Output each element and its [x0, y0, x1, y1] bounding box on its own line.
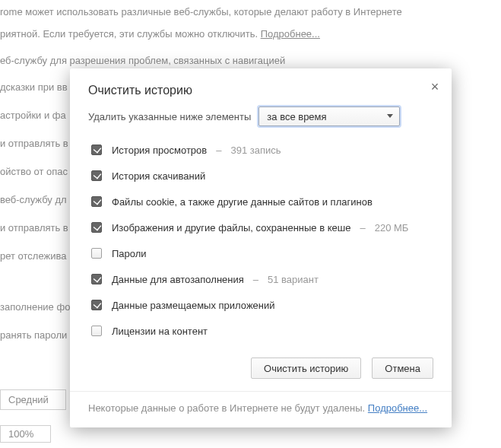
option-label: Файлы cookie, а также другие данные сайт…: [112, 196, 373, 208]
clear-option-row: Файлы cookie, а также другие данные сайт…: [88, 189, 433, 214]
font-size-select[interactable]: Средний: [0, 389, 66, 410]
clear-option-row: История скачиваний: [88, 163, 433, 189]
option-hint: 51 вариант: [268, 274, 319, 285]
learn-more-link[interactable]: Подробнее...: [368, 402, 427, 414]
learn-more-link[interactable]: Подробнее...: [261, 28, 320, 40]
clear-option-row: История просмотров–391 запись: [88, 137, 433, 163]
clear-option-row: Пароли: [88, 240, 433, 266]
option-hint: 391 запись: [230, 145, 281, 156]
separator: –: [360, 222, 365, 234]
option-label: Изображения и другие файлы, сохраненные …: [112, 222, 350, 234]
range-label: Удалить указанные ниже элементы: [88, 111, 251, 122]
option-label: Данные для автозаполнения: [112, 274, 244, 285]
time-range-dropdown[interactable]: за все время: [258, 106, 400, 126]
option-checkbox[interactable]: [91, 248, 102, 259]
option-label: История скачиваний: [112, 170, 205, 182]
separator: –: [253, 274, 258, 285]
clear-option-row: Данные для автозаполнения–51 вариант: [88, 266, 433, 292]
bg-text: rome может использовать различные веб-сл…: [0, 6, 501, 17]
option-checkbox[interactable]: [91, 145, 102, 155]
zoom-select[interactable]: 100%: [0, 425, 51, 443]
option-checkbox[interactable]: [91, 170, 102, 181]
separator: –: [216, 145, 221, 156]
clear-option-row: Изображения и другие файлы, сохраненные …: [88, 214, 433, 240]
clear-option-row: Лицензии на контент: [88, 318, 433, 344]
option-label: История просмотров: [112, 145, 207, 156]
clear-history-button[interactable]: Очистить историю: [251, 357, 361, 379]
close-icon[interactable]: ×: [427, 79, 442, 94]
option-hint: 220 МБ: [375, 222, 409, 234]
option-label: Лицензии на контент: [112, 326, 208, 337]
bg-text: еб-службу для разрешения проблем, связан…: [0, 55, 501, 66]
option-checkbox[interactable]: [91, 274, 102, 284]
clear-history-dialog: Очистить историю × Удалить указанные ниж…: [70, 68, 452, 427]
clear-options-list: История просмотров–391 записьИстория ска…: [70, 134, 452, 350]
chevron-down-icon: [387, 114, 393, 118]
footer-note: Некоторые данные о работе в Интернете не…: [70, 391, 452, 427]
option-checkbox[interactable]: [91, 222, 102, 233]
bg-text: риятной. Если требуется, эти службы можн…: [0, 28, 501, 40]
option-checkbox[interactable]: [91, 326, 102, 336]
option-checkbox[interactable]: [91, 300, 102, 310]
option-checkbox[interactable]: [91, 196, 102, 207]
option-label: Данные размещаемых приложений: [112, 300, 275, 311]
time-range-value: за все время: [267, 111, 326, 122]
cancel-button[interactable]: Отмена: [372, 357, 433, 379]
clear-option-row: Данные размещаемых приложений: [88, 292, 433, 318]
dialog-title: Очистить историю: [88, 84, 433, 97]
option-label: Пароли: [112, 248, 147, 259]
